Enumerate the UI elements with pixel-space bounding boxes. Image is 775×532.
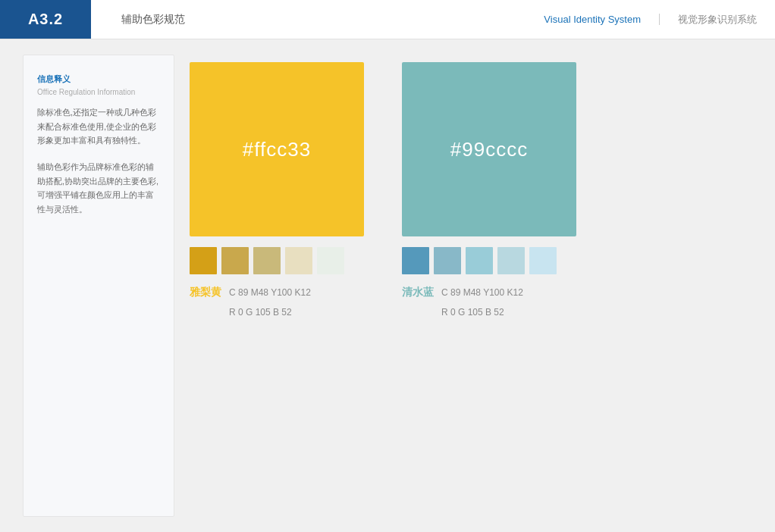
color-spec1-yellow: C 89 M48 Y100 K12 <box>229 285 311 302</box>
color-column-blue: #99cccc清水蓝C 89 M48 Y100 K12R 0 G 105 B 5… <box>402 62 576 321</box>
header-badge: A3.2 <box>0 0 91 39</box>
color-hex-label-yellow: #ffcc33 <box>243 138 311 161</box>
color-spec2-row-blue: R 0 G 105 B 52 <box>402 305 504 321</box>
header-vis-cn: 视觉形象识别系统 <box>660 13 775 27</box>
swatch-blue-2 <box>466 247 493 274</box>
swatch-blue-4 <box>529 247 557 274</box>
swatch-blue-0 <box>402 247 429 274</box>
sidebar-info-label: 信息释义 <box>37 74 160 85</box>
swatch-yellow-0 <box>190 247 217 274</box>
color-swatches-yellow <box>190 247 344 274</box>
swatch-yellow-4 <box>317 247 344 274</box>
main-content: 信息释义 Office Regulation Information 除标准色,… <box>0 39 775 532</box>
sidebar-info-sublabel: Office Regulation Information <box>37 88 160 96</box>
swatch-yellow-3 <box>285 247 312 274</box>
color-name-cn-blue: 清水蓝 <box>402 286 434 299</box>
sidebar-text1: 除标准色,还指定一种或几种色彩来配合标准色使用,使企业的色彩形象更加丰富和具有独… <box>37 105 160 148</box>
swatch-blue-1 <box>434 247 461 274</box>
color-spec2-row-yellow: R 0 G 105 B 52 <box>190 305 292 321</box>
color-spec2-blue: R 0 G 105 B 52 <box>402 307 504 318</box>
color-column-yellow: #ffcc33雅梨黄C 89 M48 Y100 K12R 0 G 105 B 5… <box>190 62 364 321</box>
header-title-cn: 辅助色彩规范 <box>91 0 526 39</box>
color-name-row-blue: 清水蓝C 89 M48 Y100 K12 <box>402 285 523 302</box>
color-name-cn-yellow: 雅梨黄 <box>190 286 221 299</box>
sidebar: 信息释义 Office Regulation Information 除标准色,… <box>23 55 174 517</box>
header-vis-en: Visual Identity System <box>526 14 660 25</box>
sidebar-text2: 辅助色彩作为品牌标准色彩的辅助搭配,协助突出品牌的主要色彩,可增强平铺在颜色应用… <box>37 160 160 217</box>
color-swatches-blue <box>402 247 557 274</box>
color-spec2-yellow: R 0 G 105 B 52 <box>190 307 292 318</box>
header-right: Visual Identity System 视觉形象识别系统 <box>526 0 775 39</box>
colors-area: #ffcc33雅梨黄C 89 M48 Y100 K12R 0 G 105 B 5… <box>190 55 752 517</box>
color-spec1-blue: C 89 M48 Y100 K12 <box>441 285 523 302</box>
swatch-yellow-2 <box>253 247 281 274</box>
color-name-row-yellow: 雅梨黄C 89 M48 Y100 K12 <box>190 285 311 302</box>
header: A3.2 辅助色彩规范 Visual Identity System 视觉形象识… <box>0 0 775 39</box>
color-main-block-blue: #99cccc <box>402 62 576 236</box>
color-main-block-yellow: #ffcc33 <box>190 62 364 236</box>
color-columns: #ffcc33雅梨黄C 89 M48 Y100 K12R 0 G 105 B 5… <box>190 62 752 321</box>
page-wrapper: A3.2 辅助色彩规范 Visual Identity System 视觉形象识… <box>0 0 775 532</box>
swatch-yellow-1 <box>221 247 249 274</box>
color-hex-label-blue: #99cccc <box>450 138 528 161</box>
swatch-blue-3 <box>497 247 525 274</box>
